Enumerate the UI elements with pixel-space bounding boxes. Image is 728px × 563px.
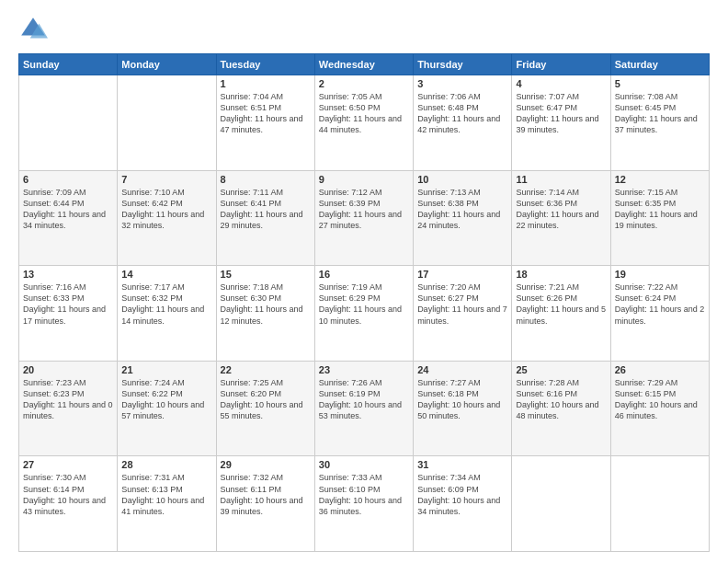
calendar-cell: 5Sunrise: 7:08 AM Sunset: 6:45 PM Daylig… (610, 75, 709, 171)
day-number: 31 (417, 459, 507, 470)
calendar-cell: 18Sunrise: 7:21 AM Sunset: 6:26 PM Dayli… (512, 266, 610, 362)
day-info: Sunrise: 7:04 AM Sunset: 6:51 PM Dayligh… (221, 91, 311, 136)
calendar-cell: 15Sunrise: 7:18 AM Sunset: 6:30 PM Dayli… (216, 266, 314, 362)
calendar-cell: 30Sunrise: 7:33 AM Sunset: 6:10 PM Dayli… (314, 456, 413, 552)
logo-icon (18, 15, 48, 44)
calendar-cell: 13Sunrise: 7:16 AM Sunset: 6:33 PM Dayli… (19, 266, 118, 362)
calendar-cell (512, 456, 610, 552)
logo (18, 15, 51, 44)
calendar-cell: 19Sunrise: 7:22 AM Sunset: 6:24 PM Dayli… (610, 266, 709, 362)
day-info: Sunrise: 7:22 AM Sunset: 6:24 PM Dayligh… (615, 282, 705, 327)
day-info: Sunrise: 7:32 AM Sunset: 6:11 PM Dayligh… (221, 472, 311, 517)
calendar-cell: 25Sunrise: 7:28 AM Sunset: 6:16 PM Dayli… (512, 361, 610, 456)
header-row: SundayMondayTuesdayWednesdayThursdayFrid… (19, 54, 710, 75)
week-row-2: 6Sunrise: 7:09 AM Sunset: 6:44 PM Daylig… (19, 170, 710, 266)
day-number: 25 (516, 364, 606, 375)
day-number: 8 (221, 174, 311, 185)
day-number: 17 (417, 269, 507, 280)
day-number: 20 (23, 364, 113, 375)
day-number: 26 (615, 364, 705, 375)
calendar-cell (610, 456, 709, 552)
day-info: Sunrise: 7:21 AM Sunset: 6:26 PM Dayligh… (516, 282, 606, 327)
col-header-tuesday: Tuesday (216, 54, 314, 75)
col-header-wednesday: Wednesday (314, 54, 413, 75)
day-number: 15 (221, 269, 311, 280)
day-info: Sunrise: 7:14 AM Sunset: 6:36 PM Dayligh… (516, 187, 606, 232)
day-info: Sunrise: 7:33 AM Sunset: 6:10 PM Dayligh… (319, 472, 409, 517)
week-row-3: 13Sunrise: 7:16 AM Sunset: 6:33 PM Dayli… (19, 266, 710, 362)
day-number: 16 (319, 269, 409, 280)
day-info: Sunrise: 7:12 AM Sunset: 6:39 PM Dayligh… (319, 187, 409, 232)
calendar-cell: 8Sunrise: 7:11 AM Sunset: 6:41 PM Daylig… (216, 170, 314, 266)
day-number: 28 (121, 459, 211, 470)
day-info: Sunrise: 7:17 AM Sunset: 6:32 PM Dayligh… (121, 282, 211, 327)
day-number: 22 (221, 364, 311, 375)
day-number: 11 (516, 174, 606, 185)
day-number: 12 (615, 174, 705, 185)
calendar-cell: 14Sunrise: 7:17 AM Sunset: 6:32 PM Dayli… (118, 266, 216, 362)
day-number: 13 (23, 269, 113, 280)
day-info: Sunrise: 7:06 AM Sunset: 6:48 PM Dayligh… (417, 91, 507, 136)
calendar-cell: 3Sunrise: 7:06 AM Sunset: 6:48 PM Daylig… (414, 75, 512, 171)
day-info: Sunrise: 7:15 AM Sunset: 6:35 PM Dayligh… (615, 187, 705, 232)
col-header-monday: Monday (118, 54, 216, 75)
page: SundayMondayTuesdayWednesdayThursdayFrid… (0, 0, 728, 563)
calendar-cell (19, 75, 118, 171)
day-info: Sunrise: 7:18 AM Sunset: 6:30 PM Dayligh… (221, 282, 311, 327)
calendar-cell: 27Sunrise: 7:30 AM Sunset: 6:14 PM Dayli… (19, 456, 118, 552)
calendar-cell (118, 75, 216, 171)
day-info: Sunrise: 7:29 AM Sunset: 6:15 PM Dayligh… (615, 377, 705, 422)
day-number: 6 (23, 174, 113, 185)
calendar-cell: 9Sunrise: 7:12 AM Sunset: 6:39 PM Daylig… (314, 170, 413, 266)
day-number: 9 (319, 174, 409, 185)
calendar-table: SundayMondayTuesdayWednesdayThursdayFrid… (18, 53, 710, 552)
calendar-cell: 28Sunrise: 7:31 AM Sunset: 6:13 PM Dayli… (118, 456, 216, 552)
col-header-saturday: Saturday (610, 54, 709, 75)
day-info: Sunrise: 7:08 AM Sunset: 6:45 PM Dayligh… (615, 91, 705, 136)
calendar-cell: 10Sunrise: 7:13 AM Sunset: 6:38 PM Dayli… (414, 170, 512, 266)
header (18, 15, 710, 44)
day-info: Sunrise: 7:25 AM Sunset: 6:20 PM Dayligh… (221, 377, 311, 422)
day-info: Sunrise: 7:20 AM Sunset: 6:27 PM Dayligh… (417, 282, 507, 327)
day-info: Sunrise: 7:31 AM Sunset: 6:13 PM Dayligh… (121, 472, 211, 517)
col-header-thursday: Thursday (414, 54, 512, 75)
day-info: Sunrise: 7:13 AM Sunset: 6:38 PM Dayligh… (417, 187, 507, 232)
calendar-cell: 23Sunrise: 7:26 AM Sunset: 6:19 PM Dayli… (314, 361, 413, 456)
day-info: Sunrise: 7:28 AM Sunset: 6:16 PM Dayligh… (516, 377, 606, 422)
calendar-cell: 26Sunrise: 7:29 AM Sunset: 6:15 PM Dayli… (610, 361, 709, 456)
week-row-4: 20Sunrise: 7:23 AM Sunset: 6:23 PM Dayli… (19, 361, 710, 456)
calendar-cell: 16Sunrise: 7:19 AM Sunset: 6:29 PM Dayli… (314, 266, 413, 362)
day-number: 19 (615, 269, 705, 280)
calendar-cell: 1Sunrise: 7:04 AM Sunset: 6:51 PM Daylig… (216, 75, 314, 171)
calendar-cell: 2Sunrise: 7:05 AM Sunset: 6:50 PM Daylig… (314, 75, 413, 171)
calendar-cell: 21Sunrise: 7:24 AM Sunset: 6:22 PM Dayli… (118, 361, 216, 456)
day-number: 7 (121, 174, 211, 185)
day-info: Sunrise: 7:30 AM Sunset: 6:14 PM Dayligh… (23, 472, 113, 517)
day-number: 10 (417, 174, 507, 185)
day-number: 1 (221, 78, 311, 89)
day-info: Sunrise: 7:09 AM Sunset: 6:44 PM Dayligh… (23, 187, 113, 232)
col-header-sunday: Sunday (19, 54, 118, 75)
col-header-friday: Friday (512, 54, 610, 75)
calendar-header: SundayMondayTuesdayWednesdayThursdayFrid… (19, 54, 710, 75)
day-number: 4 (516, 78, 606, 89)
calendar-cell: 29Sunrise: 7:32 AM Sunset: 6:11 PM Dayli… (216, 456, 314, 552)
calendar-cell: 11Sunrise: 7:14 AM Sunset: 6:36 PM Dayli… (512, 170, 610, 266)
calendar-cell: 22Sunrise: 7:25 AM Sunset: 6:20 PM Dayli… (216, 361, 314, 456)
day-number: 3 (417, 78, 507, 89)
day-info: Sunrise: 7:10 AM Sunset: 6:42 PM Dayligh… (121, 187, 211, 232)
calendar-cell: 20Sunrise: 7:23 AM Sunset: 6:23 PM Dayli… (19, 361, 118, 456)
day-number: 18 (516, 269, 606, 280)
day-number: 14 (121, 269, 211, 280)
day-number: 5 (615, 78, 705, 89)
day-info: Sunrise: 7:23 AM Sunset: 6:23 PM Dayligh… (23, 377, 113, 422)
week-row-5: 27Sunrise: 7:30 AM Sunset: 6:14 PM Dayli… (19, 456, 710, 552)
day-number: 21 (121, 364, 211, 375)
week-row-1: 1Sunrise: 7:04 AM Sunset: 6:51 PM Daylig… (19, 75, 710, 171)
day-number: 24 (417, 364, 507, 375)
calendar-body: 1Sunrise: 7:04 AM Sunset: 6:51 PM Daylig… (19, 75, 710, 552)
day-info: Sunrise: 7:07 AM Sunset: 6:47 PM Dayligh… (516, 91, 606, 136)
day-info: Sunrise: 7:27 AM Sunset: 6:18 PM Dayligh… (417, 377, 507, 422)
day-number: 30 (319, 459, 409, 470)
calendar-cell: 31Sunrise: 7:34 AM Sunset: 6:09 PM Dayli… (414, 456, 512, 552)
